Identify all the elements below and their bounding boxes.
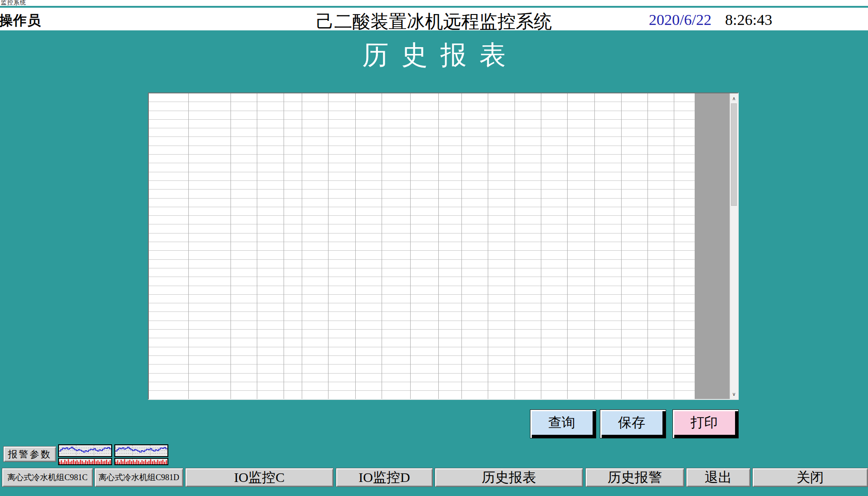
scrollbar-down-icon[interactable]: ∨ <box>730 390 738 398</box>
grid-column-line <box>541 93 541 399</box>
grid-column-line <box>328 93 329 399</box>
nav-exit[interactable]: 退出 <box>686 468 750 487</box>
nav-close-label: 关闭 <box>797 468 824 487</box>
vertical-scrollbar[interactable]: ∧ ∨ <box>730 93 738 399</box>
system-label: 监控系统 <box>1 0 26 7</box>
alarm-params-label: 报警参数 <box>8 448 52 461</box>
grid-column-line <box>355 93 356 399</box>
operator-label: 操作员 <box>0 11 41 30</box>
alarm-params-button[interactable]: 报警参数 <box>3 446 56 462</box>
nav-exit-label: 退出 <box>705 468 732 487</box>
grid-column-line <box>594 93 595 399</box>
history-report-table: ∧ ∨ <box>148 92 739 400</box>
nav-history-report[interactable]: 历史报表 <box>435 468 583 487</box>
grid-column-line <box>410 93 411 399</box>
nav-io-monitor-d[interactable]: IO监控D <box>336 468 433 487</box>
save-button[interactable]: 保存 <box>600 409 666 438</box>
trend-line-pane <box>114 444 168 457</box>
query-button-label: 查询 <box>548 413 575 432</box>
print-button-label: 打印 <box>691 413 718 432</box>
header-date: 2020/6/22 <box>649 11 711 29</box>
trend-bars-pane <box>114 458 168 465</box>
trend-thumbnail-2[interactable] <box>114 444 168 465</box>
nav-history-alarm[interactable]: 历史报警 <box>585 468 684 487</box>
grid-column-line <box>647 93 648 399</box>
nav-chiller-c981c-label: 离心式冷水机组C981C <box>7 472 88 483</box>
scrollbar-thumb[interactable] <box>731 103 737 206</box>
nav-history-report-label: 历史报表 <box>482 468 536 487</box>
header-band: 操作员 己二酸装置冰机远程监控系统 2020/6/22 8:26:43 <box>0 8 868 30</box>
nav-io-monitor-c-label: IO监控C <box>234 468 285 487</box>
scrollbar-up-icon[interactable]: ∧ <box>730 94 738 102</box>
grid-column-line <box>257 93 257 399</box>
nav-close[interactable]: 关闭 <box>752 468 868 487</box>
grid-column-line <box>674 93 674 399</box>
print-button[interactable]: 打印 <box>672 409 739 438</box>
trend-thumbnail-1[interactable] <box>58 444 112 465</box>
nav-chiller-c981d[interactable]: 离心式冷水机组C981D <box>94 468 183 487</box>
grid-column-line <box>461 93 462 399</box>
grid-column-line <box>488 93 488 399</box>
query-button[interactable]: 查询 <box>530 409 596 438</box>
nav-chiller-c981d-label: 离心式冷水机组C981D <box>98 472 179 483</box>
grid-column-line <box>382 93 382 399</box>
grid-column-line <box>567 93 568 399</box>
grid-column-line <box>230 93 231 399</box>
grid-column-line <box>284 93 284 399</box>
trend-line-pane <box>58 444 112 457</box>
report-empty-filler <box>695 93 730 399</box>
header-time: 8:26:43 <box>725 11 772 29</box>
window-title-strip: 监控系统 <box>0 0 868 7</box>
trend-bars-pane <box>58 458 112 465</box>
nav-history-alarm-label: 历史报警 <box>608 468 662 487</box>
nav-io-monitor-c[interactable]: IO监控C <box>185 468 333 487</box>
nav-chiller-c981c[interactable]: 离心式冷水机组C981C <box>2 468 93 487</box>
grid-column-line <box>438 93 439 399</box>
grid-column-line <box>188 93 189 399</box>
save-button-label: 保存 <box>618 413 645 432</box>
page-title: 历史报表 <box>0 38 868 73</box>
grid-column-line <box>515 93 515 399</box>
grid-column-line <box>621 93 622 399</box>
grid-column-line <box>302 93 302 399</box>
system-title: 己二酸装置冰机远程监控系统 <box>316 9 552 34</box>
report-grid <box>149 93 695 399</box>
nav-io-monitor-d-label: IO监控D <box>358 468 410 487</box>
